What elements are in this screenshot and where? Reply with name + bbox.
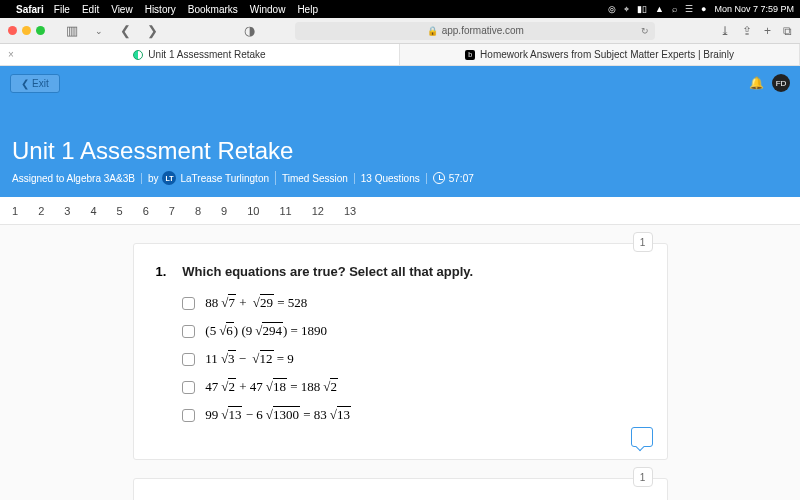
reload-icon[interactable]: ↻	[641, 26, 649, 36]
checkbox-icon[interactable]	[182, 297, 195, 310]
safari-toolbar: ▥ ⌄ ❮ ❯ ◑ 🔒 app.formative.com ↻ ⤓ ⇪ + ⧉	[0, 18, 800, 44]
tab-brainly[interactable]: b Homework Answers from Subject Matter E…	[400, 44, 800, 65]
formative-favicon-icon	[133, 50, 143, 60]
qnav-item[interactable]: 10	[247, 205, 259, 217]
meta-session-type: Timed Session	[282, 173, 355, 184]
menu-help[interactable]: Help	[297, 4, 318, 15]
menu-edit[interactable]: Edit	[82, 4, 99, 15]
status-wifi-icon[interactable]: ▲	[655, 4, 664, 14]
question-nav: 1 2 3 4 5 6 7 8 9 10 11 12 13	[0, 197, 800, 225]
tab-formative[interactable]: × Unit 1 Assessment Retake	[0, 44, 400, 65]
menubar-app-name[interactable]: Safari	[16, 4, 44, 15]
timer-value: 57:07	[449, 173, 474, 184]
menu-bookmarks[interactable]: Bookmarks	[188, 4, 238, 15]
menu-file[interactable]: File	[54, 4, 70, 15]
option-e[interactable]: 9913 − 61300 = 8313	[182, 407, 644, 423]
mac-menubar: Safari File Edit View History Bookmarks …	[0, 0, 800, 18]
new-tab-icon[interactable]: +	[764, 24, 771, 38]
tab-label: Unit 1 Assessment Retake	[148, 49, 265, 60]
share-icon[interactable]: ⇪	[742, 24, 752, 38]
shield-icon[interactable]: ◑	[241, 23, 258, 38]
meta-by: by LT LaTrease Turlington	[148, 171, 276, 185]
option-math: 472 + 4718 = 1882	[205, 379, 338, 395]
address-text: app.formative.com	[442, 25, 524, 36]
lock-icon: 🔒	[427, 26, 438, 36]
option-math: 113 − 12 = 9	[205, 351, 294, 367]
comment-icon[interactable]	[631, 427, 653, 447]
question-card-2: 1	[133, 478, 668, 500]
qnav-item[interactable]: 8	[195, 205, 201, 217]
status-bluetooth-icon[interactable]: ⌖	[624, 4, 629, 15]
checkbox-icon[interactable]	[182, 353, 195, 366]
forward-button[interactable]: ❯	[144, 23, 161, 38]
browser-tabs: × Unit 1 Assessment Retake b Homework An…	[0, 44, 800, 66]
points-badge: 1	[633, 232, 653, 252]
chevron-down-icon[interactable]: ⌄	[90, 26, 107, 36]
qnav-item[interactable]: 6	[143, 205, 149, 217]
checkbox-icon[interactable]	[182, 409, 195, 422]
user-avatar[interactable]: FD	[772, 74, 790, 92]
assessment-header: ❮ Exit 🔔 FD Unit 1 Assessment Retake Ass…	[0, 66, 800, 197]
menu-history[interactable]: History	[145, 4, 176, 15]
qnav-item[interactable]: 13	[344, 205, 356, 217]
brainly-favicon-icon: b	[465, 50, 475, 60]
status-battery-icon[interactable]: ▮▯	[637, 4, 647, 14]
window-controls	[8, 26, 45, 35]
meta-question-count: 13 Questions	[361, 173, 427, 184]
close-tab-icon[interactable]: ×	[8, 49, 14, 60]
option-math: 9913 − 61300 = 8313	[205, 407, 351, 423]
tab-label: Homework Answers from Subject Matter Exp…	[480, 49, 734, 60]
status-user-icon[interactable]: ●	[701, 4, 706, 14]
menubar-datetime[interactable]: Mon Nov 7 7:59 PM	[714, 4, 794, 14]
menu-window[interactable]: Window	[250, 4, 286, 15]
meta-assigned-to: Assigned to Algebra 3A&3B	[12, 173, 142, 184]
by-label: by	[148, 173, 159, 184]
minimize-window-button[interactable]	[22, 26, 31, 35]
assessment-title: Unit 1 Assessment Retake	[12, 137, 790, 165]
checkbox-icon[interactable]	[182, 325, 195, 338]
tabs-overview-icon[interactable]: ⧉	[783, 24, 792, 38]
teacher-avatar-icon: LT	[162, 171, 176, 185]
content-area: 1 1. Which equations are true? Select al…	[0, 225, 800, 500]
notifications-bell-icon[interactable]: 🔔	[749, 76, 764, 90]
qnav-item[interactable]: 12	[312, 205, 324, 217]
checkbox-icon[interactable]	[182, 381, 195, 394]
download-icon[interactable]: ⤓	[720, 24, 730, 38]
back-button[interactable]: ❮	[117, 23, 134, 38]
menu-view[interactable]: View	[111, 4, 133, 15]
qnav-item[interactable]: 7	[169, 205, 175, 217]
status-cast-icon[interactable]: ◎	[608, 4, 616, 14]
meta-timer: 57:07	[433, 172, 480, 184]
qnav-item[interactable]: 5	[117, 205, 123, 217]
close-window-button[interactable]	[8, 26, 17, 35]
qnav-item[interactable]: 3	[64, 205, 70, 217]
question-text: Which equations are true? Select all tha…	[182, 264, 644, 279]
maximize-window-button[interactable]	[36, 26, 45, 35]
option-math: (56) (9294) = 1890	[205, 323, 327, 339]
option-math: 887 + 29 = 528	[205, 295, 307, 311]
qnav-item[interactable]: 1	[12, 205, 18, 217]
option-d[interactable]: 472 + 4718 = 1882	[182, 379, 644, 395]
option-c[interactable]: 113 − 12 = 9	[182, 351, 644, 367]
clock-icon	[433, 172, 445, 184]
question-card-1: 1 1. Which equations are true? Select al…	[133, 243, 668, 460]
option-b[interactable]: (56) (9294) = 1890	[182, 323, 644, 339]
option-a[interactable]: 887 + 29 = 528	[182, 295, 644, 311]
exit-button[interactable]: ❮ Exit	[10, 74, 60, 93]
chevron-left-icon: ❮	[21, 78, 29, 89]
sidebar-toggle-icon[interactable]: ▥	[63, 23, 80, 38]
address-bar[interactable]: 🔒 app.formative.com ↻	[295, 22, 655, 40]
assessment-meta: Assigned to Algebra 3A&3B by LT LaTrease…	[12, 171, 790, 185]
qnav-item[interactable]: 2	[38, 205, 44, 217]
qnav-item[interactable]: 11	[279, 205, 291, 217]
exit-label: Exit	[32, 78, 49, 89]
teacher-name: LaTrease Turlington	[180, 173, 269, 184]
qnav-item[interactable]: 4	[90, 205, 96, 217]
status-control-center-icon[interactable]: ☰	[685, 4, 693, 14]
status-search-icon[interactable]: ⌕	[672, 4, 677, 14]
points-badge: 1	[633, 467, 653, 487]
question-number: 1.	[156, 264, 167, 435]
qnav-item[interactable]: 9	[221, 205, 227, 217]
